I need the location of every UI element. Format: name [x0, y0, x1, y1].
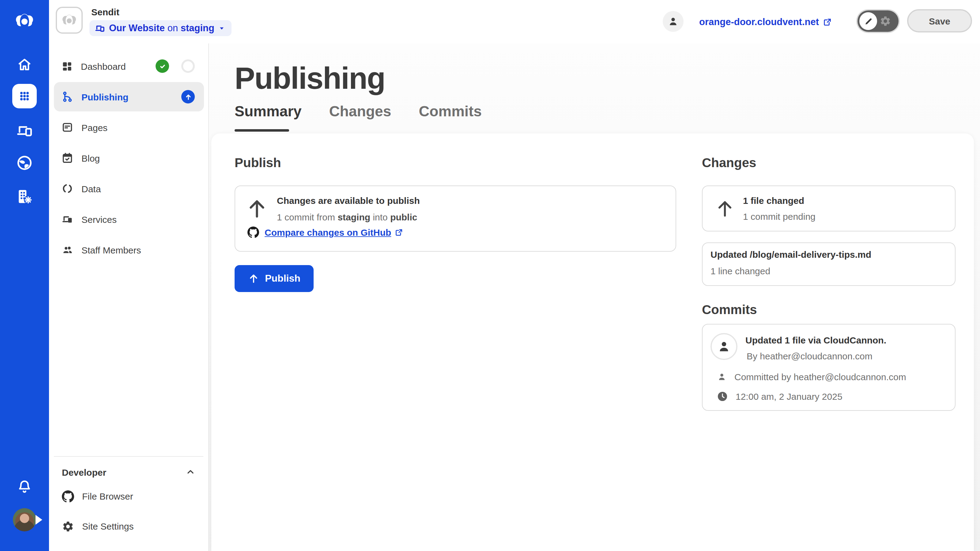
site-name: Sendit [91, 7, 119, 17]
preview-url-link[interactable]: orange-door.cloudvent.net [699, 0, 832, 43]
tab-bar: Summary Changes Commits [235, 103, 482, 120]
dashboard-icon [61, 60, 73, 72]
github-icon [62, 490, 74, 502]
page-title: Publishing [235, 60, 385, 96]
top-header: Sendit Our Website on staging orange-doo… [49, 0, 980, 43]
calendar-check-icon [61, 152, 73, 164]
nav-label: Services [81, 214, 117, 224]
site-branch-selector[interactable]: Our Website on staging [89, 20, 232, 36]
home-icon[interactable] [16, 56, 33, 73]
nav-label: Site Settings [82, 521, 134, 531]
breadcrumb-site: Our Website [109, 23, 165, 33]
github-icon [247, 227, 259, 238]
publish-status-subtitle: 1 commit from staging into public [277, 212, 417, 222]
notifications-bell-icon[interactable] [16, 478, 33, 495]
nav-label: Blog [81, 153, 100, 163]
expand-arrow-icon[interactable] [35, 515, 42, 525]
edit-settings-toggle[interactable] [858, 10, 899, 32]
user-avatar-photo[interactable] [13, 508, 36, 531]
publish-status-card: Changes are available to publish 1 commi… [235, 186, 676, 252]
compare-changes-link[interactable]: Compare changes on GitHub [247, 227, 403, 238]
tab-commits[interactable]: Commits [419, 103, 482, 120]
main-content: Publishing Summary Changes Commits Publi… [209, 43, 980, 551]
arrow-up-icon [248, 273, 259, 284]
nav-label: Dashboard [81, 61, 126, 71]
nav-label: Pages [81, 122, 108, 133]
devices-icon[interactable] [15, 121, 34, 140]
summary-panel: Publish Changes are available to publish… [211, 133, 974, 551]
commit-time-row: 12:00 am, 2 January 2025 [717, 391, 843, 402]
commits-section-heading: Commits [702, 302, 757, 317]
tab-changes[interactable]: Changes [329, 103, 391, 120]
person-icon [716, 338, 732, 354]
arrow-up-icon [246, 197, 268, 220]
app-rail [0, 0, 49, 551]
cloudcannon-app: Sendit Our Website on staging orange-doo… [0, 0, 980, 551]
cloudcannon-logo-icon[interactable] [13, 9, 36, 32]
breadcrumb-on: on [165, 23, 181, 33]
active-tab-underline [235, 129, 289, 132]
developer-section-header[interactable]: Developer [56, 463, 201, 481]
changed-file-card[interactable]: Updated /blog/email-delivery-tips.md 1 l… [702, 243, 956, 286]
status-ring-icon [181, 59, 195, 73]
organization-settings-icon[interactable] [15, 187, 34, 206]
arrow-up-icon [715, 198, 735, 219]
nav-label: Data [81, 183, 101, 194]
publish-status-title: Changes are available to publish [277, 195, 420, 206]
people-icon [61, 244, 73, 256]
publish-pending-badge [181, 90, 195, 103]
changed-file-title: Updated /blog/email-delivery-tips.md [711, 249, 871, 260]
tab-summary[interactable]: Summary [235, 103, 302, 120]
developer-section: Developer File Browser Site Settings [54, 456, 204, 541]
commit-message: Updated 1 file via CloudCannon. [745, 335, 886, 345]
external-link-icon [822, 17, 832, 27]
publish-button[interactable]: Publish [235, 265, 313, 292]
nav-item-staff-members[interactable]: Staff Members [54, 235, 204, 265]
clock-icon [717, 391, 728, 402]
publish-section-heading: Publish [235, 156, 281, 170]
nav-item-site-settings[interactable]: Site Settings [56, 511, 201, 541]
build-success-icon [156, 59, 169, 73]
breadcrumb-branch: staging [181, 23, 215, 33]
nav-item-file-browser[interactable]: File Browser [56, 481, 201, 511]
chevron-up-icon [186, 467, 196, 477]
apps-grid-icon[interactable] [12, 84, 37, 108]
nav-item-services[interactable]: Services [54, 205, 204, 234]
person-icon [717, 372, 727, 382]
pencil-icon [863, 16, 873, 26]
nav-item-blog[interactable]: Blog [54, 143, 204, 173]
data-icon [61, 183, 73, 195]
git-branch-icon [61, 91, 73, 103]
nav-item-dashboard[interactable]: Dashboard [54, 51, 204, 81]
account-avatar[interactable] [663, 11, 684, 32]
nav-item-pages[interactable]: Pages [54, 113, 204, 142]
gear-icon [880, 15, 891, 27]
nav-label: Publishing [81, 92, 128, 102]
nav-item-data[interactable]: Data [54, 174, 204, 203]
person-icon [667, 15, 679, 27]
site-navigation: Dashboard Publishing Pages [49, 43, 209, 551]
changes-summary-subtitle: 1 commit pending [743, 211, 816, 222]
pages-icon [61, 121, 73, 133]
toggle-knob [859, 12, 877, 30]
commit-card: Updated 1 file via CloudCannon. By heath… [702, 324, 956, 411]
commit-committer-row: Committed by heather@cloudcannon.com [717, 372, 906, 382]
changes-section-heading: Changes [702, 156, 756, 170]
site-logo [56, 7, 83, 34]
changed-file-subtitle: 1 line changed [711, 266, 770, 276]
nav-label: Staff Members [81, 245, 141, 255]
gear-icon [62, 520, 74, 532]
external-link-icon [394, 228, 403, 237]
services-devices-icon [61, 213, 73, 225]
nav-item-publishing[interactable]: Publishing [54, 82, 204, 111]
globe-icon[interactable] [15, 154, 34, 172]
changes-summary-card: 1 file changed 1 commit pending [702, 186, 956, 232]
commit-author: By heather@cloudcannon.com [747, 351, 872, 361]
save-button[interactable]: Save [907, 9, 972, 32]
caret-down-icon [218, 24, 225, 32]
devices-icon [94, 23, 105, 34]
nav-label: File Browser [82, 491, 133, 502]
committer-avatar [711, 333, 737, 360]
changes-summary-title: 1 file changed [743, 195, 804, 206]
